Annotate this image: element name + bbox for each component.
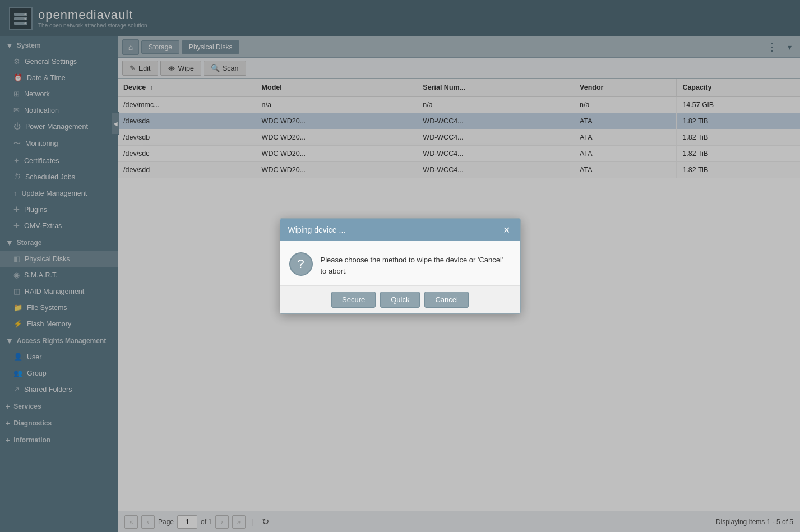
modal-overlay: Wiping device ... ✕ ? Please choose the … [0, 0, 800, 532]
modal-close-button[interactable]: ✕ [501, 224, 512, 235]
secure-button[interactable]: Secure [331, 292, 376, 308]
quick-button[interactable]: Quick [380, 292, 420, 308]
modal-question-icon: ? [289, 252, 313, 276]
wipe-modal: Wiping device ... ✕ ? Please choose the … [280, 218, 521, 314]
modal-title: Wiping device ... [288, 225, 346, 234]
cancel-button[interactable]: Cancel [424, 292, 468, 308]
modal-footer: Secure Quick Cancel [280, 286, 520, 313]
modal-body: ? Please choose the method to wipe the d… [280, 241, 520, 286]
modal-message: Please choose the method to wipe the dev… [321, 252, 511, 276]
modal-header: Wiping device ... ✕ [280, 219, 520, 241]
